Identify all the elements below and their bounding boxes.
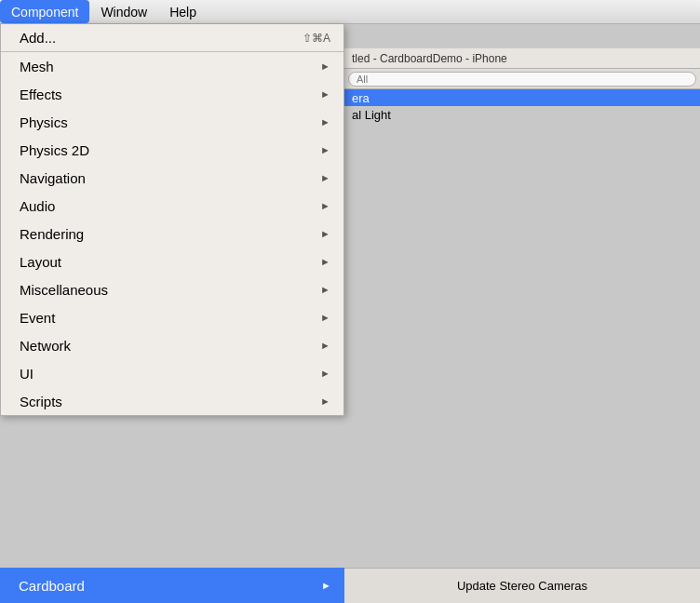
menu-item-layout-label: Layout [20,254,61,270]
menu-window[interactable]: Window [89,0,158,23]
menu-item-physics[interactable]: Physics ► [1,108,343,136]
component-dropdown: Add... ⇧⌘A Mesh ► Effects ► Physics ► Ph… [0,24,344,416]
menu-item-navigation[interactable]: Navigation ► [1,164,343,192]
title-text: tled - CardboardDemo - iPhone [352,52,507,65]
chevron-right-icon: ► [320,256,330,267]
search-bar [344,69,700,89]
hierarchy-item-camera[interactable]: era [344,89,700,106]
update-stereo-cameras-button[interactable]: Update Stereo Cameras [344,568,700,603]
menu-item-scripts-label: Scripts [20,394,62,409]
hierarchy-panel: era al Light [344,89,700,566]
menu-item-mesh[interactable]: Mesh ► [1,52,343,80]
title-bar: tled - CardboardDemo - iPhone [344,48,700,69]
menu-item-network[interactable]: Network ► [1,331,343,359]
menu-item-ui[interactable]: UI ► [1,359,343,387]
update-cameras-label: Update Stereo Cameras [457,579,587,593]
chevron-right-icon: ► [320,116,330,127]
menu-item-miscellaneous[interactable]: Miscellaneous ► [1,275,343,303]
menu-item-physics-label: Physics [20,114,68,130]
hierarchy-item-light[interactable]: al Light [344,106,700,123]
chevron-right-icon: ► [320,88,330,100]
menu-item-ui-label: UI [20,366,34,382]
menu-item-rendering-label: Rendering [20,226,84,242]
chevron-right-icon: ► [320,60,330,72]
chevron-right-icon: ► [320,312,330,323]
menu-item-effects-label: Effects [20,87,62,102]
menu-item-event-label: Event [20,310,55,326]
menu-item-scripts[interactable]: Scripts ► [1,387,343,415]
chevron-right-icon: ► [321,580,331,591]
menu-item-audio-label: Audio [20,198,55,214]
chevron-right-icon: ► [320,340,330,351]
chevron-right-icon: ► [320,368,330,379]
menu-item-physics2d[interactable]: Physics 2D ► [1,136,343,164]
menu-item-audio[interactable]: Audio ► [1,192,343,220]
menu-item-layout[interactable]: Layout ► [1,248,343,275]
menu-item-add[interactable]: Add... ⇧⌘A [1,24,343,52]
menu-bar: Component Window Help [0,0,700,24]
menu-item-event[interactable]: Event ► [1,303,343,331]
chevron-right-icon: ► [320,395,330,407]
menu-item-add-shortcut: ⇧⌘A [303,32,330,45]
menu-help[interactable]: Help [158,0,208,23]
chevron-right-icon: ► [320,172,330,183]
chevron-right-icon: ► [320,200,330,211]
menu-item-miscellaneous-label: Miscellaneous [20,282,108,298]
cardboard-label: Cardboard [19,578,85,594]
menu-item-network-label: Network [20,338,71,354]
menu-item-effects[interactable]: Effects ► [1,80,343,108]
menu-item-navigation-label: Navigation [20,170,86,186]
menu-component[interactable]: Component [0,0,89,23]
menu-item-mesh-label: Mesh [20,59,54,74]
menu-item-rendering[interactable]: Rendering ► [1,220,343,248]
chevron-right-icon: ► [320,284,330,295]
chevron-right-icon: ► [320,144,330,155]
menu-item-physics2d-label: Physics 2D [20,142,89,158]
menu-item-cardboard[interactable]: Cardboard ► [0,568,344,603]
search-input[interactable] [348,72,696,87]
menu-item-add-label: Add... [20,30,56,46]
chevron-right-icon: ► [320,228,330,239]
